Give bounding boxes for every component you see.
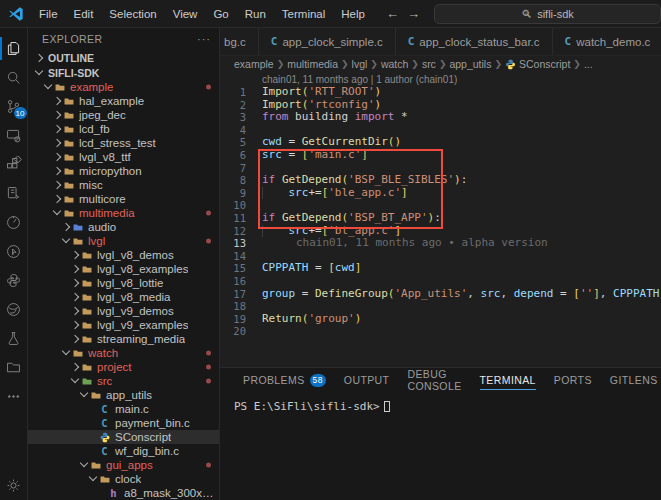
panel-tab-ports[interactable]: PORTS: [545, 368, 601, 392]
chevron-down-icon[interactable]: [79, 391, 87, 399]
breadcrumb-item[interactable]: multimedia: [287, 58, 338, 70]
menu-view[interactable]: View: [166, 5, 205, 23]
tree-item-hal-example[interactable]: hal_example: [28, 94, 219, 108]
chevron-right-icon[interactable]: [52, 125, 60, 133]
codelens-blame[interactable]: chain01, 11 months ago | 1 author (chain…: [262, 74, 661, 85]
chevron-down-icon[interactable]: [61, 349, 69, 357]
chevron-right-icon[interactable]: [70, 251, 78, 259]
tree-item-lvgl[interactable]: lvgl: [28, 234, 219, 248]
breadcrumb-item[interactable]: src: [422, 58, 436, 70]
breadcrumb-item[interactable]: watch: [381, 58, 408, 70]
tree-item-micropython[interactable]: micropython: [28, 164, 219, 178]
chevron-right-icon[interactable]: [52, 195, 60, 203]
references-icon[interactable]: [0, 179, 28, 208]
chevron-right-icon[interactable]: [61, 223, 69, 231]
breadcrumb-item[interactable]: app_utils: [449, 58, 491, 70]
explorer-more-actions[interactable]: ···: [197, 33, 211, 45]
chevron-right-icon[interactable]: [52, 181, 60, 189]
settings-gear-icon[interactable]: [0, 471, 28, 500]
chevron-down-icon[interactable]: [43, 83, 51, 91]
command-center-search[interactable]: 🔍︎ sifli-sdk: [434, 4, 661, 24]
tree-item-gui-apps[interactable]: gui_apps: [28, 458, 219, 472]
chevron-right-icon[interactable]: [70, 293, 78, 301]
tree-item-lvgl-v8-media[interactable]: lvgl_v8_media: [28, 290, 219, 304]
code-line-13[interactable]: 13chain01, 11 months ago • alpha version: [220, 237, 661, 250]
panel-tab-terminal[interactable]: TERMINAL: [471, 368, 545, 392]
chevron-right-icon[interactable]: [70, 279, 78, 287]
chevron-down-icon[interactable]: [61, 237, 69, 245]
tree-item-lvgl-v8-demos[interactable]: lvgl_v8_demos: [28, 248, 219, 262]
tree-item-lcd-fb[interactable]: lcd_fb: [28, 122, 219, 136]
terminal[interactable]: PS E:\SiFli\sifli-sdk>: [220, 392, 661, 500]
chevron-down-icon[interactable]: [52, 209, 60, 217]
chevron-right-icon[interactable]: [70, 363, 78, 371]
panel-tab-output[interactable]: OUTPUT: [335, 368, 399, 392]
editor-tab-watch-demo-c[interactable]: Cwatch_demo.c: [553, 28, 661, 55]
menu-terminal[interactable]: Terminal: [275, 5, 332, 23]
live-pointer-icon[interactable]: [0, 237, 28, 266]
code-line-6[interactable]: 6src = ['main.c']: [220, 149, 661, 162]
explorer-icon[interactable]: [0, 34, 28, 63]
menu-run[interactable]: Run: [238, 5, 273, 23]
menu-edit[interactable]: Edit: [67, 5, 101, 23]
tree-item-project[interactable]: project: [28, 360, 219, 374]
remote-explorer-icon[interactable]: [0, 121, 28, 150]
panel-tab-problems[interactable]: PROBLEMS58: [234, 368, 335, 392]
tree-item-lvgl-v9-demos[interactable]: lvgl_v9_demos: [28, 304, 219, 318]
breadcrumb-item[interactable]: example: [234, 58, 274, 70]
tree-item-a8-mask-300x200-h[interactable]: ha8_mask_300x200.h: [28, 486, 219, 500]
breadcrumb-item[interactable]: SConscript: [519, 58, 570, 70]
chevron-right-icon[interactable]: [70, 307, 78, 315]
editor-tab-app-clock-simple-c[interactable]: Capp_clock_simple.c: [259, 28, 396, 55]
code-line-15[interactable]: 15CPPPATH = [cwd]: [220, 262, 661, 275]
tree-item-clock[interactable]: clock: [28, 472, 219, 486]
code-line-9[interactable]: 9 src+=['ble_app.c']: [220, 187, 661, 200]
editor-tab-app-clock-status-bar-c[interactable]: Capp_clock_status_bar.c: [396, 28, 553, 55]
code-line-17[interactable]: 17group = DefineGroup('App_utils', src, …: [220, 288, 661, 301]
breadcrumb-item[interactable]: ...: [584, 58, 593, 70]
panel-tab-gitlens[interactable]: GITLENS: [601, 368, 661, 392]
tree-item-main-c[interactable]: Cmain.c: [28, 402, 219, 416]
tree-item-misc[interactable]: misc: [28, 178, 219, 192]
testing-icon[interactable]: [0, 324, 28, 353]
outline-section[interactable]: OUTLINE: [28, 50, 219, 65]
tree-item-app-utils[interactable]: app_utils: [28, 388, 219, 402]
tree-item-lvgl-v8-ttf[interactable]: lvgl_v8_ttf: [28, 150, 219, 164]
tree-item-example[interactable]: example: [28, 80, 219, 94]
chevron-down-icon[interactable]: [88, 475, 96, 483]
editor-tab-bg-c[interactable]: bg.c: [220, 28, 259, 55]
chevron-down-icon[interactable]: [70, 377, 78, 385]
extensions-icon[interactable]: [0, 150, 28, 179]
menu-go[interactable]: Go: [206, 5, 235, 23]
chevron-right-icon[interactable]: [52, 111, 60, 119]
python-icon[interactable]: [0, 266, 28, 295]
tree-item-lvgl-v8-lottie[interactable]: lvgl_v8_lottie: [28, 276, 219, 290]
menu-help[interactable]: Help: [334, 5, 372, 23]
code-line-20[interactable]: 20: [220, 325, 661, 338]
tree-item-payment-bin-c[interactable]: Cpayment_bin.c: [28, 416, 219, 430]
chevron-down-icon[interactable]: [79, 461, 87, 469]
tree-item-wf-dig-bin-c[interactable]: Cwf_dig_bin.c: [28, 444, 219, 458]
tree-item-streaming-media[interactable]: streaming_media: [28, 332, 219, 346]
chevron-right-icon[interactable]: [70, 321, 78, 329]
nav-forward-icon[interactable]: →: [407, 6, 420, 21]
tree-item-audio[interactable]: audio: [28, 220, 219, 234]
more-icon[interactable]: [0, 382, 28, 411]
breadcrumb[interactable]: example❯multimedia❯lvgl❯watch❯src❯app_ut…: [220, 56, 661, 72]
panel-tab-debug-console[interactable]: DEBUG CONSOLE: [398, 368, 470, 392]
tree-item-sconscript[interactable]: SConscript: [28, 430, 219, 444]
tree-item-lvgl-v9-examples[interactable]: lvgl_v9_examples: [28, 318, 219, 332]
workspace-root[interactable]: SIFLI-SDK: [28, 65, 219, 80]
chevron-right-icon[interactable]: [52, 139, 60, 147]
tree-item-jpeg-dec[interactable]: jpeg_dec: [28, 108, 219, 122]
code-line-3[interactable]: 3from building import *: [220, 111, 661, 124]
source-control-icon[interactable]: 10: [0, 92, 28, 121]
breadcrumb-item[interactable]: lvgl: [352, 58, 368, 70]
nav-back-icon[interactable]: ←: [386, 6, 399, 21]
code-editor[interactable]: chain01, 11 months ago | 1 author (chain…: [220, 72, 661, 367]
browser-icon[interactable]: [0, 295, 28, 324]
tree-item-multimedia[interactable]: multimedia: [28, 206, 219, 220]
tree-item-watch[interactable]: watch: [28, 346, 219, 360]
menu-selection[interactable]: Selection: [102, 5, 163, 23]
code-line-19[interactable]: 19Return('group'): [220, 313, 661, 326]
